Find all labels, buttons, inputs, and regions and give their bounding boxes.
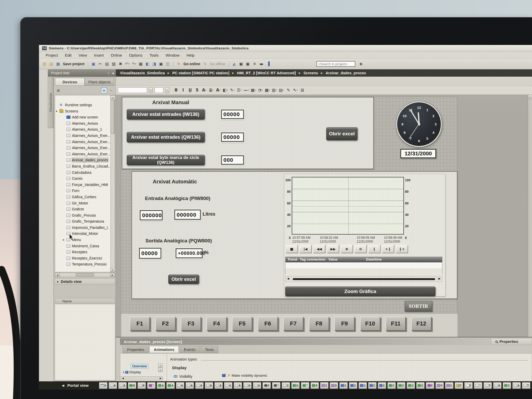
editor-taskbar-button[interactable]: A [243, 382, 252, 389]
toolbar-icon[interactable]: ↶ [124, 61, 130, 67]
search-input[interactable] [316, 61, 355, 67]
editor-taskbar-button[interactable]: T [522, 382, 530, 389]
tree-item[interactable]: Receptes_Exercici [55, 255, 115, 262]
format-icon[interactable]: ▦ [251, 87, 256, 93]
trend-control-button[interactable]: ⊕ [341, 245, 353, 253]
format-icon[interactable]: B [174, 87, 179, 93]
scroll-right-icon[interactable]: ▶ [438, 277, 441, 280]
mini-horizontal-scrollbar[interactable]: ◀ ▶ [121, 376, 163, 380]
toolbar-icon[interactable]: ◭ [231, 61, 237, 67]
editor-taskbar-button[interactable]: A [166, 382, 175, 389]
menu-item[interactable]: Window [165, 53, 179, 57]
toolbar-icon[interactable]: ◫ [165, 61, 171, 67]
go-online-icon[interactable]: ↯ [176, 61, 182, 67]
trend-control-button[interactable]: |◀ [300, 245, 311, 253]
trend-control-button[interactable]: ■ [286, 245, 298, 253]
editor-taskbar-button[interactable]: " [301, 382, 309, 389]
inspector-tab[interactable]: Properties [123, 346, 149, 353]
toolbar-icon[interactable]: ▤ [104, 61, 110, 67]
font-family-combo[interactable] [118, 87, 147, 93]
search-options-icon[interactable]: ❖ [358, 61, 364, 67]
tree-item[interactable]: Alarmes_Avisos_1 [55, 127, 115, 133]
display-tree-item[interactable]: ▾ Display [123, 370, 141, 374]
scrollbar-thumb[interactable] [111, 100, 115, 134]
toolbar-icon[interactable]: ▥ [42, 61, 48, 67]
archive-button[interactable]: Arxivar estat byte marca de cicle (QW136… [127, 155, 205, 165]
breadcrumb-item[interactable]: PC station [SIMATIC PC station] [172, 71, 237, 75]
editor-taskbar-button[interactable]: C [339, 382, 348, 389]
editor-taskbar-button[interactable]: F [426, 382, 434, 389]
tree-item[interactable]: Alarmes_Avisos_Exer... [55, 145, 115, 151]
tree-item[interactable]: Temperatura_Pressio [55, 261, 115, 268]
function-key[interactable]: F5 [232, 317, 252, 331]
tree-item[interactable]: Barra_Grafica_Lliscad... [55, 163, 115, 170]
io-field[interactable]: 00000 [221, 110, 244, 119]
tree-item[interactable]: Screens [55, 108, 115, 115]
io-field[interactable]: 00000 [221, 132, 244, 142]
format-icon[interactable]: ↖ [293, 87, 298, 93]
editor-taskbar-button[interactable]: A [214, 382, 223, 389]
editor-taskbar-button[interactable]: " [147, 382, 156, 389]
function-key[interactable]: F1 [130, 317, 150, 331]
scroll-down-icon[interactable]: ▼ [111, 268, 115, 272]
project-tree-tab[interactable]: Devices [55, 78, 85, 86]
toolbar-icon[interactable]: ◨ [151, 61, 157, 67]
trend-table-row[interactable] [285, 268, 442, 274]
format-icon[interactable]: ⊡ [300, 87, 305, 93]
toolbar-icon[interactable]: ↷ [131, 61, 137, 67]
scroll-left-icon[interactable]: ◀ [55, 273, 60, 277]
editor-taskbar-button[interactable]: C [416, 382, 425, 389]
scroll-up-icon[interactable]: ▲ [528, 95, 532, 99]
function-key[interactable]: F6 [258, 317, 278, 331]
editor-taskbar-button[interactable]: " [474, 382, 482, 389]
format-icon[interactable]: ✎ [230, 87, 235, 93]
overview-tree-item[interactable]: Overview [131, 364, 148, 368]
format-icon[interactable]: ≣ [209, 87, 214, 93]
editor-taskbar-button[interactable]: A [512, 382, 521, 389]
scroll-left-icon[interactable]: ◀ [122, 377, 124, 380]
sort-icon[interactable]: ⊞ [55, 88, 61, 94]
zoom-grafica-button[interactable]: Zoom Gràfica [285, 287, 435, 296]
editor-taskbar-button[interactable]: F [262, 382, 271, 389]
go-online-button[interactable]: Go online [183, 62, 200, 66]
breadcrumb-item[interactable]: Screens [303, 71, 325, 75]
scroll-right-icon[interactable]: ▶ [110, 273, 115, 277]
editor-taskbar-button[interactable]: C [397, 382, 405, 389]
format-icon[interactable]: I [181, 87, 186, 93]
archive-button[interactable]: Arxivar estat entrades (IW136) [127, 109, 205, 119]
toolbar-icon[interactable]: ▣ [245, 61, 251, 67]
format-icon[interactable]: — [244, 87, 249, 93]
toolbar-icon[interactable]: ▤ [48, 61, 54, 67]
list-view-icon[interactable]: ≡ [101, 88, 107, 94]
tree-item[interactable]: Alarmes_Avisos_Exer... [55, 139, 115, 145]
editor-taskbar-button[interactable]: A [109, 382, 117, 389]
tree-item[interactable]: Arxivar_dades_proces [55, 157, 115, 163]
editor-taskbar-button[interactable]: R [128, 382, 136, 389]
expander-icon[interactable]: ▾ [123, 371, 124, 374]
editor-taskbar-button[interactable]: C [358, 382, 367, 389]
function-key[interactable]: F2 [155, 317, 176, 331]
export-icon[interactable]: ↪ [108, 88, 114, 94]
editor-taskbar-button[interactable]: C [378, 382, 386, 389]
format-icon[interactable]: ◧ [223, 87, 228, 93]
editor-taskbar-button[interactable]: A [185, 382, 194, 389]
tree-item[interactable]: Alarmes_Avisos_Exer... [55, 151, 115, 157]
tree-item[interactable]: Menu [55, 237, 115, 243]
tree-item[interactable]: Alarmes_Avisos [55, 121, 115, 127]
editor-taskbar-button[interactable]: A [157, 382, 165, 389]
toolbar-icon[interactable]: ▨ [111, 61, 117, 67]
tree-item[interactable]: Forçar_Variables_HMI [55, 182, 115, 188]
format-icon[interactable]: ✎ [286, 87, 291, 93]
inspector-tab[interactable]: Texts [201, 346, 218, 353]
input-io-field-2[interactable]: 000000 [174, 210, 201, 220]
tree-item[interactable]: Alarmes_Avisos_Exer... [55, 133, 115, 139]
trend-table-row[interactable] [285, 262, 442, 268]
toolbar-icon[interactable]: ▣ [238, 61, 244, 67]
function-key[interactable]: F3 [181, 317, 201, 331]
font-family-dropdown-icon[interactable]: ▾ [149, 87, 153, 93]
trend-control-button[interactable]: ▶▶ [327, 245, 339, 253]
editor-taskbar-button[interactable]: C [407, 382, 415, 389]
mini-scroll-buttons[interactable]: ∧ ∨ [158, 363, 163, 372]
editor-taskbar-button[interactable]: A [253, 382, 261, 389]
toolbar-icon[interactable]: ▣ [90, 61, 96, 67]
